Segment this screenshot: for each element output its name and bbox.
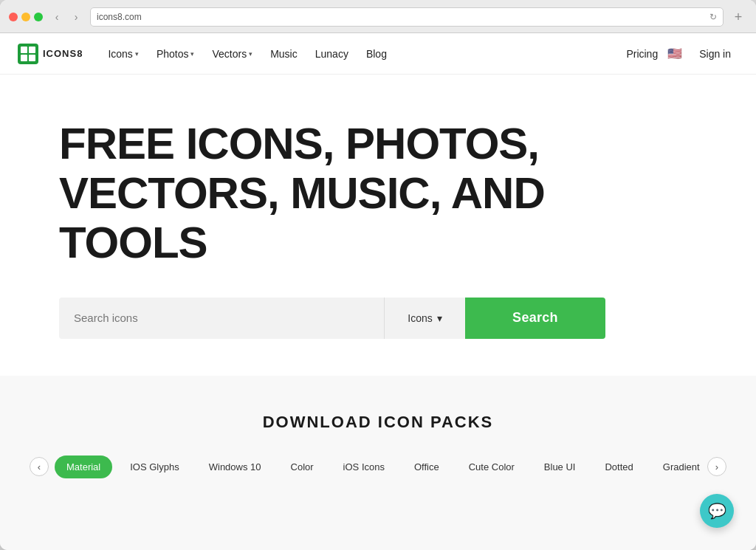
logo-square-2 [29, 47, 35, 53]
section-title: DOWNLOAD ICON PACKS [30, 413, 726, 432]
browser-chrome: ‹ › icons8.com ↻ + [0, 0, 756, 33]
chat-button[interactable]: 💬 [700, 494, 734, 528]
nav-right: Pricing 🇺🇸 Sign in [626, 44, 738, 63]
close-dot[interactable] [9, 13, 18, 21]
nav-links: Icons ▾ Photos ▾ Vectors ▾ Music Lunacy [100, 44, 626, 64]
logo[interactable]: ICONS8 [18, 44, 83, 64]
logo-square-3 [21, 55, 27, 61]
search-type-dropdown[interactable]: Icons ▾ [384, 298, 465, 339]
nav-item-blog[interactable]: Blog [359, 44, 394, 64]
packs-list: Material IOS Glyphs Windows 10 Color iOS… [55, 456, 701, 478]
nav-item-photos[interactable]: Photos ▾ [149, 44, 202, 64]
refresh-icon[interactable]: ↻ [709, 12, 717, 22]
maximize-dot[interactable] [34, 13, 43, 21]
pack-tag-cute-color[interactable]: Cute Color [457, 456, 526, 478]
chevron-down-icon: ▾ [249, 50, 252, 58]
nav-label-blog: Blog [366, 48, 387, 60]
browser-dots [9, 13, 43, 21]
chevron-down-icon: ▾ [437, 312, 442, 324]
logo-text: ICONS8 [43, 48, 83, 59]
pack-tag-color[interactable]: Color [279, 456, 326, 478]
chevron-down-icon: ▾ [190, 50, 194, 58]
pack-tag-windows10[interactable]: Windows 10 [197, 456, 273, 478]
pricing-link[interactable]: Pricing [626, 48, 658, 60]
nav-item-music[interactable]: Music [263, 44, 305, 64]
hero-section: FREE ICONS, PHOTOS, VECTORS, MUSIC, AND … [0, 75, 756, 376]
nav-label-lunacy: Lunacy [315, 48, 348, 60]
new-tab-button[interactable]: + [729, 8, 747, 26]
pack-tag-ios-icons[interactable]: iOS Icons [331, 456, 396, 478]
search-bar: Icons ▾ Search [59, 298, 605, 339]
nav-item-lunacy[interactable]: Lunacy [308, 44, 356, 64]
nav-label-photos: Photos [157, 48, 189, 60]
search-type-label: Icons [408, 312, 432, 324]
chat-icon: 💬 [708, 502, 726, 520]
logo-icon [18, 44, 38, 64]
browser-nav: ‹ › [49, 9, 84, 25]
pack-tag-dotted[interactable]: Dotted [593, 456, 645, 478]
address-bar[interactable]: icons8.com ↻ [90, 7, 724, 27]
nav-label-vectors: Vectors [212, 48, 247, 60]
nav-label-icons: Icons [108, 48, 132, 60]
logo-square-1 [21, 47, 27, 53]
packs-nav: ‹ Material IOS Glyphs Windows 10 Color i… [30, 456, 726, 478]
back-button[interactable]: ‹ [49, 9, 65, 25]
pack-tag-gradient-li[interactable]: Gradient Li [651, 456, 701, 478]
forward-button[interactable]: › [68, 9, 84, 25]
chevron-down-icon: ▾ [135, 50, 139, 58]
website-content: ICONS8 Icons ▾ Photos ▾ Vectors ▾ Music [0, 33, 756, 550]
hero-title: FREE ICONS, PHOTOS, VECTORS, MUSIC, AND … [59, 119, 613, 268]
logo-square-4 [29, 55, 35, 61]
signin-button[interactable]: Sign in [692, 44, 738, 63]
nav-label-music: Music [270, 48, 298, 60]
navbar: ICONS8 Icons ▾ Photos ▾ Vectors ▾ Music [0, 33, 756, 75]
pack-tag-office[interactable]: Office [402, 456, 451, 478]
icon-packs-section: DOWNLOAD ICON PACKS ‹ Material IOS Glyph… [0, 376, 756, 550]
nav-item-icons[interactable]: Icons ▾ [100, 44, 145, 64]
minimize-dot[interactable] [21, 13, 30, 21]
address-text: icons8.com [97, 12, 709, 22]
language-flag[interactable]: 🇺🇸 [667, 48, 683, 60]
search-input[interactable] [59, 298, 384, 339]
pack-tag-material[interactable]: Material [55, 456, 112, 478]
packs-next-button[interactable]: › [707, 457, 726, 476]
packs-prev-button[interactable]: ‹ [30, 457, 49, 476]
pack-tag-blue-ui[interactable]: Blue UI [532, 456, 588, 478]
pack-tag-ios-glyphs[interactable]: IOS Glyphs [118, 456, 190, 478]
nav-item-vectors[interactable]: Vectors ▾ [205, 44, 260, 64]
browser-window: ‹ › icons8.com ↻ + ICONS8 Icons [0, 0, 756, 550]
search-button[interactable]: Search [465, 298, 605, 339]
